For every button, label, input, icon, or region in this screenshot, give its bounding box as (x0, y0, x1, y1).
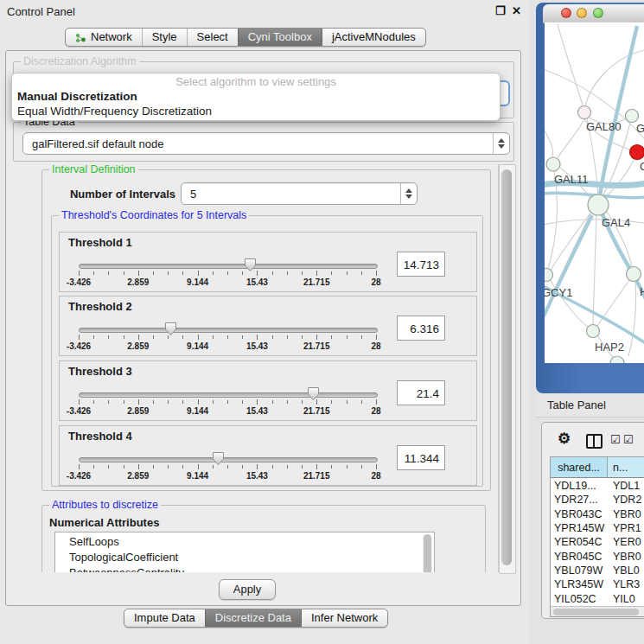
tab-label: Discretize Data (215, 611, 291, 625)
threshold-3-panel: Threshold 3 -3.4262.8599.14415.4321.7152… (59, 360, 477, 421)
checkbox-icon[interactable]: ☑ (623, 433, 634, 446)
table-panel-title: Table Panel (547, 399, 606, 411)
slider-tick-labels: -3.4262.8599.14415.4321.71528 (79, 471, 376, 481)
node-gal11[interactable] (546, 157, 560, 171)
threshold-3-slider[interactable]: -3.4262.8599.14415.4321.71528 (79, 361, 376, 420)
table-row[interactable]: YLR345WYLR3 (551, 577, 644, 591)
float-window-icon[interactable]: ❐ (495, 4, 506, 17)
mac-minimize-button[interactable] (577, 8, 587, 18)
slider-track[interactable] (79, 457, 378, 462)
network-window-titlebar[interactable] (543, 4, 644, 23)
table-row[interactable]: YBR045CYBR0 (551, 550, 644, 564)
algorithm-option-equal-width[interactable]: Equal Width/Frequency Discretization (17, 105, 494, 119)
threshold-2-value[interactable]: 6.316 (397, 316, 445, 341)
scrollbar-thumb[interactable] (501, 169, 512, 565)
node-label: C (640, 160, 644, 173)
apply-button[interactable]: Apply (219, 579, 276, 600)
node-top-right[interactable] (626, 110, 639, 123)
node-gal4[interactable] (588, 194, 609, 215)
thresholds-group: Threshold's Coordinates for 5 Intervals … (51, 215, 483, 487)
tab-label: Style (152, 30, 177, 44)
table-row[interactable]: YER054CYER0 (551, 535, 644, 549)
slider-ticks (79, 399, 376, 405)
attributes-group: Attributes to discretize Numerical Attri… (41, 505, 486, 572)
node-label: GAL11 (554, 173, 589, 186)
node-h[interactable] (627, 267, 641, 282)
threshold-4-value[interactable]: 11.344 (397, 445, 445, 470)
list-item[interactable]: BetweennessCentrality (69, 566, 184, 572)
slider-thumb[interactable] (307, 386, 320, 401)
numerical-attributes-label: Numerical Attributes (49, 516, 159, 529)
group-label: Interval Definition (49, 164, 138, 175)
slider-track[interactable] (79, 392, 378, 398)
tab-cyni-toolbox[interactable]: Cyni Toolbox (238, 29, 322, 46)
group-label: Threshold's Coordinates for 5 Intervals (59, 209, 249, 221)
node-label: GCY1 (545, 286, 572, 299)
table-row[interactable]: YBL079WYBL0 (551, 564, 644, 577)
network-canvas[interactable]: GAL80 GA GAL11 GAL4 GCY1 H HAP2 C (545, 22, 644, 363)
settings-scrollbar[interactable] (499, 164, 516, 574)
tab-select[interactable]: Select (187, 29, 238, 46)
tab-label: Select (197, 30, 228, 44)
column-header-name[interactable]: n... (608, 457, 644, 478)
stepper-icon[interactable] (493, 133, 509, 154)
tab-infer-network[interactable]: Infer Network (301, 609, 387, 627)
table-row[interactable]: YDL19...YDL1 (551, 479, 644, 493)
algorithm-option-manual[interactable]: Manual Discretization (17, 90, 494, 105)
list-scrollbar[interactable] (423, 534, 432, 572)
network-graph: GAL80 GA GAL11 GAL4 GCY1 H HAP2 C (545, 22, 644, 363)
threshold-3-value[interactable]: 21.4 (397, 380, 445, 405)
tab-label: Infer Network (311, 611, 378, 625)
slider-thumb[interactable] (212, 451, 225, 466)
tab-label: Network (91, 30, 132, 44)
tab-style[interactable]: Style (142, 29, 187, 46)
slider-ticks (79, 271, 376, 277)
list-item[interactable]: TopologicalCoefficient (69, 551, 178, 566)
panel-title: Control Panel (7, 5, 75, 18)
slider-track[interactable] (79, 328, 378, 333)
threshold-1-value[interactable]: 14.713 (397, 252, 445, 277)
slider-tick-labels: -3.4262.8599.14415.4321.71528 (79, 341, 376, 352)
table-row[interactable]: YPR145WYPR1 (551, 521, 644, 535)
node-gal80[interactable] (578, 106, 591, 119)
mac-zoom-button[interactable] (593, 8, 603, 18)
scrollbar-thumb[interactable] (553, 609, 639, 615)
table-row[interactable]: YIL052CYIL0 (551, 592, 644, 606)
tab-discretize-data[interactable]: Discretize Data (205, 609, 301, 627)
table-data-combobox[interactable]: galFiltered.sif default node (22, 132, 510, 155)
node-label: H (640, 285, 644, 298)
group-label: Attributes to discretize (49, 499, 161, 511)
tab-impute-data[interactable]: Impute Data (124, 609, 205, 627)
node-bottom[interactable] (610, 356, 624, 363)
close-icon[interactable]: ✕ (512, 4, 521, 17)
threshold-2-slider[interactable]: -3.4262.8599.14415.4321.71528 (79, 296, 376, 355)
tab-jactivemnodules[interactable]: jActiveMNodules (322, 29, 425, 46)
threshold-4-slider[interactable]: -3.4262.8599.14415.4321.71528 (79, 426, 376, 485)
network-nodes[interactable] (545, 106, 644, 364)
table-row[interactable]: YDR27...YDR2 (551, 493, 644, 507)
list-item[interactable]: SelfLoops (69, 535, 119, 551)
node-hap2[interactable] (587, 325, 600, 338)
combobox-value: 5 (182, 188, 400, 201)
table-row[interactable]: YBR043CYBR0 (551, 507, 644, 521)
control-panel: Control Panel ❐ ✕ Network Style Select C… (0, 0, 529, 644)
node-gcy1[interactable] (545, 269, 553, 282)
threshold-1-slider[interactable]: -3.4262.8599.14415.4321.71528 (79, 233, 376, 291)
column-header-shared-name[interactable]: shared... (551, 457, 608, 478)
tab-network[interactable]: Network (66, 29, 142, 46)
slider-thumb[interactable] (244, 258, 257, 272)
mac-close-button[interactable] (561, 8, 571, 18)
table-horizontal-scrollbar[interactable] (551, 606, 644, 617)
slider-thumb[interactable] (164, 322, 177, 336)
network-edges (545, 24, 644, 358)
columns-icon[interactable] (586, 434, 603, 449)
gear-icon[interactable]: ⚙ (558, 430, 571, 448)
node-label: GAL4 (602, 216, 630, 229)
number-of-intervals-combobox[interactable]: 5 (181, 182, 418, 205)
checkbox-icon[interactable]: ☑ (610, 433, 621, 446)
stepper-icon[interactable] (400, 183, 417, 204)
group-label: Discretization Algorithm (21, 55, 139, 67)
slider-track[interactable] (79, 264, 378, 269)
slider-tick-labels: -3.4262.8599.14415.4321.71528 (79, 277, 376, 288)
node-selected-red[interactable] (630, 145, 644, 160)
